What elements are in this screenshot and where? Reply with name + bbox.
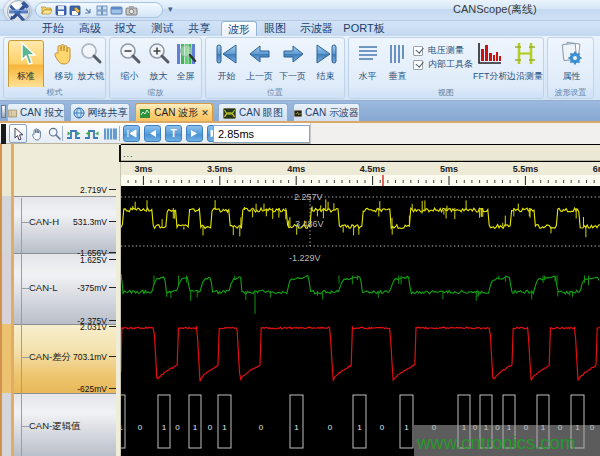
- svg-text:0: 0: [175, 423, 180, 432]
- svg-text:2.257V: 2.257V: [294, 192, 323, 202]
- svg-text:0: 0: [208, 423, 213, 432]
- svg-text:3ms: 3ms: [134, 164, 152, 174]
- svg-text:0: 0: [380, 423, 385, 432]
- svg-text:6ms: 6ms: [593, 164, 600, 174]
- svg-text:1: 1: [193, 423, 198, 432]
- svg-text:0: 0: [138, 423, 143, 432]
- svg-text:0: 0: [259, 423, 264, 432]
- svg-text:www.cntronics.com: www.cntronics.com: [416, 432, 575, 453]
- svg-text:5.5ms: 5.5ms: [513, 164, 539, 174]
- svg-text:1: 1: [222, 423, 227, 432]
- svg-text:1: 1: [404, 423, 409, 432]
- svg-text:4.5ms: 4.5ms: [360, 164, 386, 174]
- svg-text:1: 1: [121, 423, 123, 432]
- svg-text:5ms: 5ms: [440, 164, 458, 174]
- svg-text:3.5ms: 3.5ms: [207, 164, 233, 174]
- svg-text:1: 1: [162, 423, 167, 432]
- svg-text:1: 1: [357, 423, 362, 432]
- svg-text:3.486V: 3.486V: [295, 219, 324, 229]
- svg-text:-1.229V: -1.229V: [289, 253, 321, 263]
- svg-text:4ms: 4ms: [287, 164, 305, 174]
- svg-text:1: 1: [294, 423, 299, 432]
- svg-text:0: 0: [328, 423, 333, 432]
